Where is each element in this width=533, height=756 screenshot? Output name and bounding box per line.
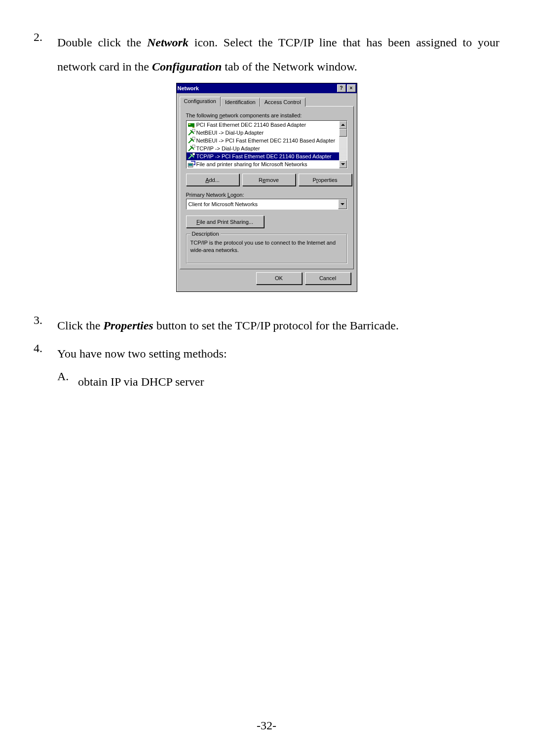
- list-content: PCI Fast Ethernet DEC 21140 Based Adapte…: [187, 121, 339, 168]
- remove-button[interactable]: Remove: [242, 174, 296, 186]
- svg-line-6: [189, 140, 192, 143]
- tab-identification[interactable]: Identification: [221, 98, 260, 107]
- list-item-label: File and printer sharing for Microsoft N…: [196, 161, 307, 167]
- step-4: 4. You have now two setting methods:: [34, 342, 499, 366]
- text: Click the: [57, 319, 103, 332]
- step-3-number: 3.: [34, 314, 57, 327]
- text: Primary Network: [186, 192, 228, 198]
- list-item-label: PCI Fast Ethernet DEC 21140 Based Adapte…: [196, 122, 306, 128]
- svg-line-3: [189, 132, 192, 135]
- text: ile and Print Sharing...: [200, 219, 253, 225]
- text: F: [196, 219, 200, 225]
- scroll-thumb[interactable]: [339, 129, 347, 137]
- step-2-number: 2.: [34, 31, 57, 44]
- tab-label: Configuration: [184, 98, 216, 104]
- svg-rect-5: [192, 129, 195, 132]
- step-3: 3. Click the Properties button to set th…: [34, 314, 499, 338]
- description-legend: Description: [190, 231, 221, 237]
- tab-panel-configuration: The following network components are ins…: [180, 106, 354, 269]
- text: A: [205, 177, 209, 183]
- step-4-number: 4.: [34, 342, 57, 355]
- tab-access-control[interactable]: Access Control: [260, 98, 305, 107]
- svg-rect-1: [189, 124, 190, 125]
- text: etwork components are installed:: [223, 112, 302, 118]
- text: OK: [275, 275, 283, 281]
- protocol-icon: [188, 137, 195, 144]
- configuration-emph: Configuration: [152, 60, 222, 73]
- list-item-selected[interactable]: TCP/IP -> PCI Fast Ethernet DEC 21140 Ba…: [187, 152, 339, 160]
- help-button[interactable]: ?: [337, 84, 346, 92]
- scroll-track[interactable]: [339, 137, 347, 160]
- text: Cancel: [319, 275, 336, 281]
- list-item[interactable]: TCP/IP -> Dial-Up Adapter: [187, 144, 339, 152]
- list-item[interactable]: NetBEUI -> Dial-Up Adapter: [187, 129, 339, 137]
- svg-rect-16: [189, 164, 192, 166]
- text: operties: [318, 177, 337, 183]
- arrow-up-icon: [341, 124, 345, 126]
- description-text: TCP/IP is the protocol you use to connec…: [190, 239, 343, 253]
- text: The following: [186, 112, 220, 118]
- svg-line-12: [189, 155, 192, 159]
- file-print-sharing-button[interactable]: File and Print Sharing...: [186, 216, 264, 228]
- chevron-down-icon: [341, 203, 344, 205]
- close-icon: ×: [350, 86, 353, 91]
- tab-label: Identification: [225, 99, 256, 105]
- step-4a: A. obtain IP via DHCP server: [57, 370, 499, 394]
- cancel-button[interactable]: Cancel: [305, 272, 351, 285]
- step-2: 2. Double click the Network icon. Select…: [34, 31, 499, 79]
- list-item[interactable]: File and printer sharing for Microsoft N…: [187, 160, 339, 168]
- combo-dropdown-button[interactable]: [338, 199, 347, 209]
- text: P: [312, 177, 316, 183]
- ok-button[interactable]: OK: [256, 272, 302, 285]
- help-icon: ?: [340, 86, 343, 91]
- scroll-down-button[interactable]: [339, 160, 347, 168]
- properties-button[interactable]: Properties: [299, 174, 352, 186]
- step-4a-body: obtain IP via DHCP server: [78, 370, 499, 394]
- list-item-label: TCP/IP -> Dial-Up Adapter: [196, 145, 260, 151]
- svg-rect-8: [192, 137, 195, 140]
- protocol-icon: [188, 129, 195, 137]
- text: ogon:: [230, 192, 244, 198]
- arrow-down-icon: [341, 163, 345, 165]
- step-4a-letter: A.: [57, 370, 78, 394]
- list-item[interactable]: NetBEUI -> PCI Fast Ethernet DEC 21140 B…: [187, 137, 339, 144]
- text: button to set the TCP/IP protocol for th…: [153, 319, 399, 332]
- text: tab of the Network window.: [222, 60, 357, 73]
- list-item-label: NetBEUI -> Dial-Up Adapter: [196, 130, 264, 136]
- properties-emph: Properties: [103, 319, 153, 332]
- text: move: [266, 177, 279, 183]
- network-card-icon: [188, 121, 195, 129]
- svg-rect-2: [192, 127, 194, 128]
- description-group: Description TCP/IP is the protocol you u…: [186, 234, 347, 264]
- combo-value: Client for Microsoft Networks: [189, 201, 258, 207]
- tab-label: Access Control: [265, 99, 301, 105]
- network-emph: Network: [147, 36, 189, 49]
- page-number: -32-: [0, 719, 533, 732]
- protocol-icon: [188, 144, 195, 152]
- list-item[interactable]: PCI Fast Ethernet DEC 21140 Based Adapte…: [187, 121, 339, 129]
- scroll-up-button[interactable]: [339, 121, 347, 129]
- step-3-body: Click the Properties button to set the T…: [57, 314, 499, 338]
- step-4-body: You have now two setting methods:: [57, 342, 499, 366]
- components-listbox[interactable]: PCI Fast Ethernet DEC 21140 Based Adapte…: [186, 120, 347, 169]
- text: dd...: [209, 177, 219, 183]
- primary-logon-combo[interactable]: Client for Microsoft Networks: [186, 199, 347, 210]
- window-title: Network: [178, 85, 199, 91]
- primary-logon-label: Primary Network Logon:: [186, 192, 347, 198]
- list-item-label: TCP/IP -> PCI Fast Ethernet DEC 21140 Ba…: [196, 153, 332, 159]
- step-2-body: Double click the Network icon. Select th…: [57, 31, 499, 79]
- list-item-label: NetBEUI -> PCI Fast Ethernet DEC 21140 B…: [196, 138, 336, 144]
- scrollbar-vertical[interactable]: [339, 121, 347, 168]
- tab-configuration[interactable]: Configuration: [180, 97, 221, 107]
- add-button[interactable]: Add...: [186, 174, 239, 186]
- tab-strip: Configuration Identification Access Cont…: [180, 97, 354, 107]
- close-button[interactable]: ×: [347, 84, 356, 92]
- components-label: The following network components are ins…: [186, 112, 347, 118]
- text: R: [259, 177, 263, 183]
- titlebar[interactable]: Network ? ×: [177, 83, 357, 93]
- text: Double click the: [57, 36, 147, 49]
- network-dialog: Network ? × Configuration Identification…: [176, 83, 357, 292]
- svg-rect-11: [192, 145, 195, 147]
- svg-line-9: [189, 147, 192, 151]
- protocol-icon: [188, 152, 195, 160]
